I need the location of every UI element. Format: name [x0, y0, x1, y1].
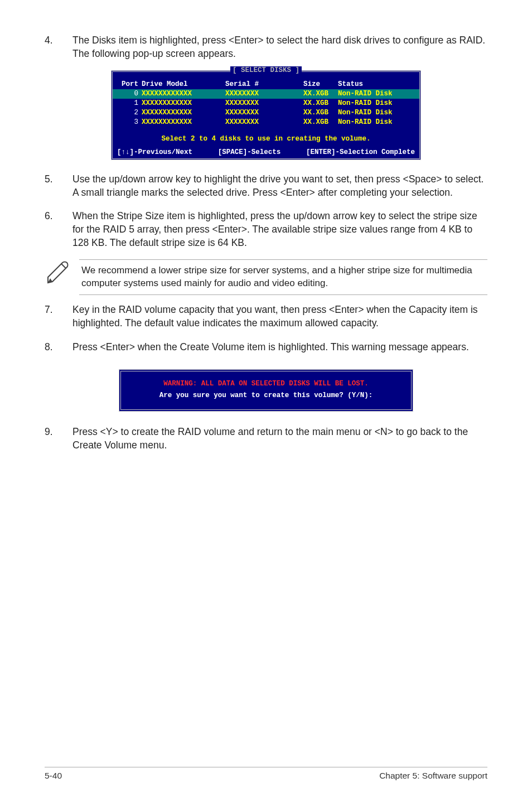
page-footer: 5-40 Chapter 5: Software support — [45, 767, 487, 781]
cell-serial: XXXXXXXX — [225, 108, 303, 118]
select-disks-panel: [ SELECT DISKS ] Port Drive Model Serial… — [111, 70, 421, 160]
cell-model: XXXXXXXXXXXX — [142, 99, 225, 108]
cell-serial: XXXXXXXX — [225, 89, 303, 99]
step-number: 7. — [45, 303, 72, 330]
warning-line-2: Are you sure you want to create this vol… — [127, 390, 405, 402]
cell-port: 2 — [118, 108, 142, 118]
step-number: 8. — [45, 340, 72, 354]
step-text: The Disks item is highlighted, press <En… — [72, 33, 487, 60]
cell-serial: XXXXXXXX — [225, 99, 303, 108]
cell-model: XXXXXXXXXXXX — [142, 118, 225, 127]
cell-size: XX.XGB — [303, 99, 338, 108]
cell-port: 0 — [118, 89, 142, 99]
cell-model: XXXXXXXXXXXX — [142, 108, 225, 118]
cell-size: XX.XGB — [303, 108, 338, 118]
cell-serial: XXXXXXXX — [225, 118, 303, 127]
panel-footer: [↑↓]-Previous/Next [SPACE]-Selects [ENTE… — [113, 147, 419, 156]
step-9: 9. Press <Y> to create the RAID volume a… — [45, 425, 487, 452]
warning-line-1: WARNING: ALL DATA ON SELECTED DISKS WILL… — [127, 378, 405, 390]
col-serial: Serial # — [225, 80, 303, 89]
note-block: We recommend a lower stripe size for ser… — [45, 259, 487, 295]
disk-table-header: Port Drive Model Serial # Size Status — [113, 80, 419, 89]
cell-status: Non-RAID Disk — [338, 118, 414, 127]
step-5: 5. Use the up/down arrow key to highligh… — [45, 172, 487, 199]
chapter-title: Chapter 5: Software support — [379, 771, 487, 781]
disk-row[interactable]: 1 XXXXXXXXXXXX XXXXXXXX XX.XGB Non-RAID … — [113, 99, 419, 108]
step-text: Use the up/down arrow key to highlight t… — [72, 172, 487, 199]
page-number: 5-40 — [45, 771, 62, 781]
cell-port: 1 — [118, 99, 142, 108]
step-4: 4. The Disks item is highlighted, press … — [45, 33, 487, 60]
step-7: 7. Key in the RAID volume capacity that … — [45, 303, 487, 330]
step-number: 5. — [45, 172, 72, 199]
cell-size: XX.XGB — [303, 118, 338, 127]
col-status: Status — [338, 80, 414, 89]
cell-size: XX.XGB — [303, 89, 338, 99]
disk-row[interactable]: 2 XXXXXXXXXXXX XXXXXXXX XX.XGB Non-RAID … — [113, 108, 419, 118]
warning-dialog: WARNING: ALL DATA ON SELECTED DISKS WILL… — [119, 369, 413, 412]
pencil-icon — [45, 259, 71, 286]
cell-status: Non-RAID Disk — [338, 108, 414, 118]
disk-row[interactable]: 3 XXXXXXXXXXXX XXXXXXXX XX.XGB Non-RAID … — [113, 118, 419, 127]
panel-hint: Select 2 to 4 disks to use in creating t… — [113, 127, 419, 147]
col-size: Size — [303, 80, 338, 89]
step-text: When the Stripe Size item is highlighted… — [72, 209, 487, 249]
panel-title: [ SELECT DISKS ] — [230, 66, 302, 74]
footer-prev-next: [↑↓]-Previous/Next — [117, 148, 192, 156]
disk-row[interactable]: 0 XXXXXXXXXXXX XXXXXXXX XX.XGB Non-RAID … — [113, 89, 419, 99]
step-6: 6. When the Stripe Size item is highligh… — [45, 209, 487, 249]
cell-port: 3 — [118, 118, 142, 127]
footer-complete: [ENTER]-Selection Complete — [306, 148, 415, 156]
step-number: 9. — [45, 425, 72, 452]
cell-status: Non-RAID Disk — [338, 89, 414, 99]
footer-select: [SPACE]-Selects — [218, 148, 281, 156]
step-text: Key in the RAID volume capacity that you… — [72, 303, 487, 330]
cell-model: XXXXXXXXXXXX — [142, 89, 225, 99]
col-model: Drive Model — [142, 80, 225, 89]
step-text: Press <Y> to create the RAID volume and … — [72, 425, 487, 452]
step-text: Press <Enter> when the Create Volume ite… — [72, 340, 487, 354]
note-text: We recommend a lower stripe size for ser… — [79, 259, 487, 295]
step-8: 8. Press <Enter> when the Create Volume … — [45, 340, 487, 354]
cell-status: Non-RAID Disk — [338, 99, 414, 108]
step-number: 4. — [45, 33, 72, 60]
step-number: 6. — [45, 209, 72, 249]
col-port: Port — [118, 80, 142, 89]
